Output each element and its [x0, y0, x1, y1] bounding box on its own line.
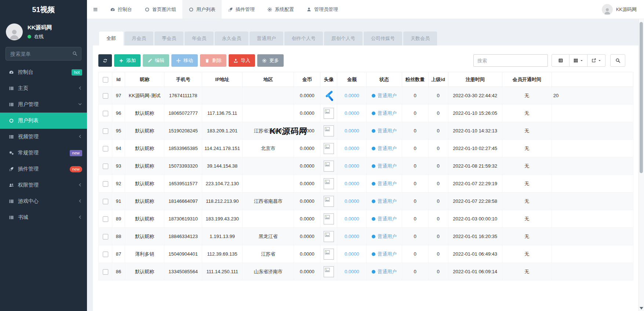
amount-link[interactable]: 0.0000	[345, 198, 359, 204]
amount-link[interactable]: 0.0000	[345, 251, 359, 257]
sidebar-item-general-mgmt[interactable]: 常规管理new	[0, 145, 87, 161]
status-badge[interactable]: 普通用户	[372, 145, 397, 152]
add-button[interactable]: 添加	[114, 54, 141, 67]
search-submit-button[interactable]	[610, 54, 625, 67]
amount-link[interactable]: 0.0000	[345, 269, 359, 274]
row-checkbox[interactable]	[103, 146, 108, 151]
topbar-tabs: 控制台首页图片组用户列表插件管理系统配置管理员管理	[104, 0, 344, 19]
sidebar-item-user-list[interactable]: 用户列表	[0, 113, 87, 129]
column-header[interactable]: 地区	[243, 72, 294, 87]
status-badge[interactable]: 普通用户	[372, 251, 397, 257]
topbar: 控制台首页图片组用户列表插件管理系统配置管理员管理 KK源码网	[87, 0, 644, 19]
row-checkbox[interactable]	[103, 199, 108, 204]
filter-tab-6[interactable]: 创作个人号	[284, 32, 323, 45]
status-badge[interactable]: 普通用户	[372, 198, 397, 205]
status-badge[interactable]: 普通用户	[372, 92, 397, 99]
row-checkbox[interactable]	[103, 234, 108, 239]
refresh-button[interactable]	[98, 54, 112, 67]
amount-link[interactable]: 0.0000	[345, 93, 359, 98]
row-checkbox[interactable]	[103, 128, 108, 134]
sidebar-item-user-mgmt[interactable]: 用户管理	[0, 96, 87, 113]
filter-tab-1[interactable]: 月会员	[124, 32, 153, 45]
filter-tab-2[interactable]: 季会员	[154, 32, 183, 45]
top-tab-plugin-mgmt[interactable]: 插件管理	[222, 0, 261, 19]
status-badge[interactable]: 普通用户	[372, 233, 397, 240]
top-tab-console[interactable]: 控制台	[104, 0, 138, 19]
circle-o-icon	[189, 7, 194, 12]
sidebar-item-console[interactable]: 控制台hot	[0, 64, 87, 80]
delete-button[interactable]: 删除	[200, 54, 226, 67]
status-badge[interactable]: 普通用户	[372, 216, 397, 222]
k-logo-icon	[322, 90, 335, 102]
filter-tab-5[interactable]: 普通用户	[250, 32, 283, 45]
sidebar-item-auth-mgmt[interactable]: 权限管理	[0, 177, 87, 193]
top-tab-admin-mgmt[interactable]: 管理员管理	[300, 0, 344, 19]
amount-link[interactable]: 0.0000	[345, 146, 359, 151]
toolbar-buttons: 添加编辑移动删除导入更多	[98, 54, 286, 67]
filter-tab-4[interactable]: 永久会员	[215, 32, 248, 45]
topbar-user-menu[interactable]: KK源码网	[602, 0, 644, 19]
menu-search-input[interactable]	[6, 47, 81, 61]
top-tab-user-list[interactable]: 用户列表	[182, 0, 222, 19]
broken-image-icon	[324, 108, 334, 119]
column-header[interactable]: 头像	[320, 72, 337, 87]
sidebar-item-plugin-mgmt[interactable]: 插件管理new	[0, 161, 87, 177]
column-header[interactable]: 状态	[367, 72, 402, 87]
move-button[interactable]: 移动	[171, 54, 198, 67]
row-checkbox[interactable]	[103, 181, 108, 187]
amount-link[interactable]: 0.0000	[345, 110, 359, 116]
cell-ip: 111.14.250.111	[202, 263, 243, 281]
status-badge[interactable]: 普通用户	[372, 128, 397, 134]
sidebar-item-home[interactable]: 主页	[0, 80, 87, 96]
column-header[interactable]: Id	[112, 72, 125, 87]
status-badge[interactable]: 普通用户	[372, 110, 397, 117]
menu-toggle-button[interactable]	[87, 0, 104, 19]
chevron-left-icon	[78, 134, 82, 140]
amount-link[interactable]: 0.0000	[345, 216, 359, 222]
status-badge[interactable]: 普通用户	[372, 268, 397, 275]
scrollbar[interactable]	[638, 19, 644, 311]
cell-parent-id: 0	[428, 175, 448, 193]
row-checkbox[interactable]	[103, 111, 108, 116]
filter-tab-8[interactable]: 公司传媒号	[364, 32, 402, 45]
row-checkbox[interactable]	[103, 93, 108, 99]
search-input[interactable]	[473, 54, 548, 67]
column-header[interactable]: 昵称	[125, 72, 164, 87]
amount-link[interactable]: 0.0000	[345, 163, 359, 169]
amount-link[interactable]: 0.0000	[345, 128, 359, 133]
toggle-view-button[interactable]	[552, 54, 570, 67]
filter-tab-7[interactable]: 原创个人号	[324, 32, 363, 45]
column-header[interactable]: 金币	[294, 72, 320, 87]
scroll-down-arrow-icon[interactable]	[640, 307, 643, 310]
sidebar-item-book-city[interactable]: 书城	[0, 209, 87, 226]
select-all-checkbox[interactable]	[103, 77, 108, 83]
status-badge[interactable]: 普通用户	[372, 163, 397, 169]
column-header[interactable]: 金额	[337, 72, 367, 87]
row-checkbox[interactable]	[103, 269, 108, 275]
status-badge[interactable]: 普通用户	[372, 180, 397, 187]
sidebar-item-video-mgmt[interactable]: 视频管理	[0, 129, 87, 145]
row-checkbox[interactable]	[103, 164, 108, 169]
column-header[interactable]: 手机号	[164, 72, 202, 87]
column-header[interactable]: IP地址	[202, 72, 243, 87]
column-header[interactable]: 上级id	[428, 72, 448, 87]
filter-tab-3[interactable]: 年会员	[185, 32, 214, 45]
scrollbar-thumb[interactable]	[640, 22, 643, 173]
top-tab-home-image-group[interactable]: 首页图片组	[138, 0, 182, 19]
columns-button[interactable]	[570, 54, 587, 67]
filter-tab-9[interactable]: 天数会员	[403, 32, 437, 45]
sidebar-item-game-center[interactable]: 游戏中心	[0, 193, 87, 209]
column-header[interactable]: 注册时间	[448, 72, 502, 87]
column-header[interactable]: 粉丝数量	[402, 72, 428, 87]
column-header[interactable]: 会员开通时间	[502, 72, 552, 87]
row-checkbox[interactable]	[103, 252, 108, 257]
amount-link[interactable]: 0.0000	[345, 181, 359, 186]
filter-tab-0[interactable]: 全部	[99, 32, 123, 45]
amount-link[interactable]: 0.0000	[345, 234, 359, 239]
export-button[interactable]	[587, 54, 605, 67]
row-checkbox[interactable]	[103, 216, 108, 222]
top-tab-system-config[interactable]: 系统配置	[261, 0, 300, 19]
more-button[interactable]: 更多	[257, 54, 284, 67]
import-button[interactable]: 导入	[229, 54, 255, 67]
edit-button[interactable]: 编辑	[143, 54, 169, 67]
